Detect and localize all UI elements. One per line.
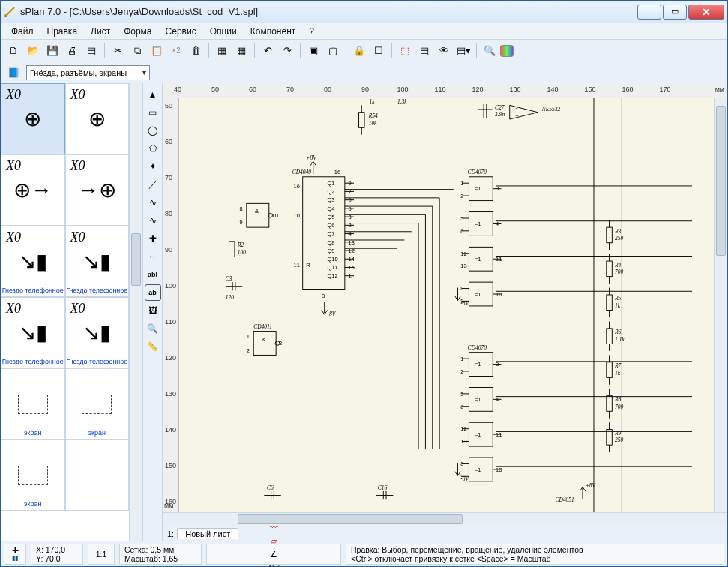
palette-cell[interactable] <box>65 440 130 511</box>
svg-rect-174 <box>607 362 612 378</box>
front-icon[interactable]: ▦ <box>213 42 231 60</box>
line-icon[interactable]: ／ <box>145 176 161 193</box>
save-icon[interactable]: 💾 <box>43 42 61 60</box>
node-icon[interactable]: ✚ <box>145 230 161 247</box>
palette-cell[interactable]: экран <box>65 368 130 440</box>
image-icon[interactable]: 🖼 <box>145 302 161 319</box>
canvas-vscroll[interactable] <box>714 98 727 512</box>
svg-point-0 <box>4 14 7 17</box>
svg-text:9: 9 <box>240 219 243 226</box>
lib-book-icon[interactable]: 📘 <box>4 64 22 82</box>
menu-options[interactable]: Опции <box>204 25 243 38</box>
svg-text:16: 16 <box>334 169 340 176</box>
library-combo[interactable]: Гнёзда, разъёмы, экраны <box>26 65 150 80</box>
minimize-button[interactable]: — <box>637 4 661 20</box>
svg-text:3.9n: 3.9n <box>494 111 505 118</box>
zoomtool-icon[interactable]: 🔍 <box>145 320 161 337</box>
zoom-icon[interactable]: 🔍 <box>481 42 499 60</box>
menu-sheet[interactable]: Лист <box>85 25 116 38</box>
svg-text:R5: R5 <box>614 295 622 302</box>
vertical-ruler: мм 5060708090100110120130140150160 <box>163 98 179 512</box>
dim-icon[interactable]: ↔ <box>145 248 161 265</box>
palette-cell[interactable]: X0↘▮Гнездо телефонное <box>1 226 65 297</box>
undo-icon[interactable]: ↶ <box>259 42 277 60</box>
palette-cell[interactable]: экран <box>1 440 65 511</box>
palette-cell[interactable]: X0↘▮Гнездо телефонное <box>65 297 130 368</box>
circle-icon[interactable]: ◯ <box>145 122 161 139</box>
freeform-icon[interactable]: ✦ <box>145 158 161 175</box>
svg-text:Q4: Q4 <box>327 206 334 212</box>
poly-icon[interactable]: ⬠ <box>145 140 161 157</box>
print-icon[interactable]: 🖨 <box>63 42 81 60</box>
status-coords: X: 170,0Y: 70,0 <box>31 544 83 565</box>
svg-rect-159 <box>607 261 612 277</box>
cut-icon[interactable]: ✂ <box>109 42 127 60</box>
menu-help[interactable]: ? <box>303 25 320 38</box>
palette-cell[interactable]: X0⊕→ <box>1 154 65 226</box>
svg-text:1: 1 <box>247 333 250 340</box>
schematic-svg: .l{stroke:#000;stroke-width:1;fill:none}… <box>179 98 714 512</box>
palette-cell[interactable]: экран <box>1 368 65 440</box>
page-tabs: 1: Новый лист <box>163 526 727 541</box>
app-icon <box>4 6 16 18</box>
svg-text:Q5: Q5 <box>327 214 334 220</box>
menu-file[interactable]: Файл <box>5 25 40 38</box>
open-icon[interactable]: 📂 <box>24 42 42 60</box>
svg-rect-29 <box>229 242 234 257</box>
page-tab[interactable]: Новый лист <box>177 528 238 539</box>
draw-toolstrip: ▲ ▭ ◯ ⬠ ✦ ／ ∿ ∿ ✚ ↔ abI ab 🖼 🔍 📏 <box>143 83 163 541</box>
colorpick-icon[interactable] <box>500 45 514 57</box>
lock-icon[interactable]: 🔒 <box>350 42 368 60</box>
svg-text:R6: R6 <box>614 328 622 335</box>
palette-cell[interactable]: X0↘▮Гнездо телефонное <box>65 226 130 297</box>
unlock-icon[interactable]: ☐ <box>370 42 388 60</box>
group-icon[interactable]: ▣ <box>304 42 322 60</box>
back-icon[interactable]: ▦ <box>232 42 250 60</box>
export-icon[interactable]: ▤ <box>82 42 100 60</box>
svg-text:=1: =1 <box>475 431 481 438</box>
menu-edit[interactable]: Правка <box>41 25 84 38</box>
canvas-hscroll[interactable] <box>163 512 727 526</box>
palette-scrollbar[interactable] <box>129 83 142 541</box>
dup-icon[interactable]: ×2 <box>167 42 185 60</box>
status-ang1-icon[interactable]: ∠ <box>270 550 277 559</box>
list-icon[interactable]: ▤ <box>415 42 433 60</box>
paste-icon[interactable]: 📋 <box>148 42 166 60</box>
find-icon[interactable]: 👁 <box>435 42 453 60</box>
svg-text:1.3k: 1.3k <box>397 98 407 105</box>
measure-icon[interactable]: 📏 <box>145 338 161 355</box>
spline-icon[interactable]: ∿ <box>145 212 161 229</box>
menu-component[interactable]: Компонент <box>244 25 302 38</box>
bezier-icon[interactable]: ∿ <box>145 194 161 211</box>
delete-icon[interactable]: 🗑 <box>187 42 205 60</box>
textbox-icon[interactable]: ab <box>145 284 161 301</box>
maximize-button[interactable]: ▭ <box>663 4 687 20</box>
svg-text:=1: =1 <box>475 256 481 262</box>
new-icon[interactable]: 🗋 <box>4 42 22 60</box>
status-snap-icon[interactable]: ✚▮▮ <box>4 544 26 565</box>
palette-cell[interactable]: X0→⊕ <box>65 154 130 226</box>
library-bar: 📘 Гнёзда, разъёмы, экраны <box>1 62 727 83</box>
schematic-canvas[interactable]: .l{stroke:#000;stroke-width:1;fill:none}… <box>179 98 714 512</box>
ungroup-icon[interactable]: ▢ <box>324 42 342 60</box>
redo-icon[interactable]: ↷ <box>278 42 296 60</box>
palette-cell[interactable]: X0⊕ <box>65 83 130 154</box>
menu-shape[interactable]: Форма <box>118 25 157 38</box>
copy-icon[interactable]: ⧉ <box>128 42 146 60</box>
text-icon[interactable]: abI <box>145 266 161 283</box>
rect-icon[interactable]: ▭ <box>145 104 161 121</box>
palette-cell[interactable]: X0↘▮Гнездо телефонное <box>1 297 65 368</box>
pointer-icon[interactable]: ▲ <box>145 86 161 103</box>
palette-cell[interactable]: X0⊕ <box>1 83 65 154</box>
page-tab-index: 1: <box>167 530 174 538</box>
menubar: Файл Правка Лист Форма Сервис Опции Комп… <box>1 23 727 40</box>
svg-text:8: 8 <box>322 292 325 299</box>
status-rect-icon[interactable]: ▱ <box>271 536 277 545</box>
layer-icon[interactable]: ▤▾ <box>454 42 472 60</box>
svg-text:Q8: Q8 <box>327 239 334 246</box>
status-ratio: 1:1 <box>88 544 115 565</box>
svg-text:Q2: Q2 <box>327 188 334 195</box>
menu-service[interactable]: Сервис <box>160 25 202 38</box>
close-button[interactable]: ✕ <box>688 4 724 20</box>
select-rect-icon[interactable]: ⬚ <box>396 42 414 60</box>
